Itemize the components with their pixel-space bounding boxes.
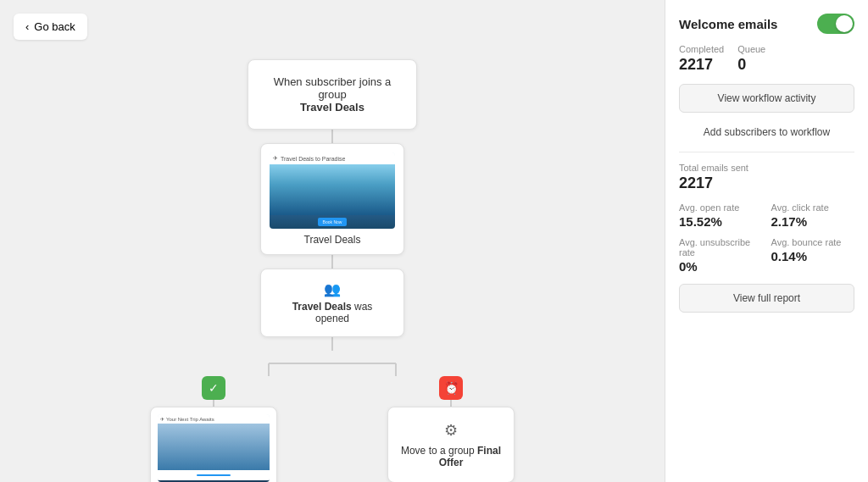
branch-connector-svg	[205, 351, 459, 376]
yes-badge: ✓	[202, 376, 225, 400]
ep2-content	[158, 424, 270, 470]
group-action-node[interactable]: ⚙ Move to a group Final Offer	[387, 407, 515, 482]
trigger-group-name: Travel Deals	[300, 101, 364, 114]
trigger-node[interactable]: When subscriber joins a group Travel Dea…	[248, 59, 417, 130]
connector-yes	[213, 400, 214, 407]
ep2-bar	[197, 474, 231, 476]
toggle-knob	[836, 15, 853, 32]
open-rate-value: 15.52%	[679, 214, 763, 229]
unsubscribe-rate-label: Avg. unsubscribe rate	[679, 237, 763, 258]
condition-text: Travel Deals was opened	[275, 301, 390, 324]
branch-no: ⏰ ⚙ Move to a group Final Offer	[387, 376, 515, 482]
condition-node[interactable]: 👥 Travel Deals was opened	[260, 269, 404, 337]
condition-group: Travel Deals	[292, 301, 352, 313]
total-emails-label: Total emails sent	[679, 163, 854, 173]
completed-label: Completed	[679, 44, 724, 54]
sidebar-header: Welcome emails	[679, 14, 854, 34]
gear-icon: ⚙	[444, 421, 458, 440]
email-node-1[interactable]: ✈ Travel Deals to Paradise Book Now Trav…	[260, 143, 404, 255]
sidebar-title: Welcome emails	[679, 17, 777, 31]
right-sidebar: Welcome emails Completed 2217 Queue 0 Vi…	[665, 0, 868, 482]
trigger-text: When subscriber joins a group Travel Dea…	[262, 75, 403, 114]
divider-1	[679, 152, 854, 152]
workflow-toggle[interactable]	[817, 14, 854, 34]
click-rate-value: 2.17%	[771, 214, 855, 229]
no-badge: ⏰	[439, 376, 463, 400]
workflow-flow: When subscriber joins a group Travel Dea…	[0, 0, 665, 482]
go-back-label: Go back	[34, 20, 75, 33]
branch-yes: ✓ ✈ Your Next Trip Awaits	[150, 376, 277, 482]
view-workflow-activity-button[interactable]: View workflow activity	[679, 84, 854, 113]
email-preview-btn: Book Now	[318, 218, 348, 226]
unsubscribe-rate-value: 0%	[679, 259, 763, 274]
total-emails-stat: Total emails sent 2217	[679, 163, 854, 192]
workflow-canvas: ‹ Go back When subscriber joins a group …	[0, 0, 665, 482]
chevron-left-icon: ‹	[25, 20, 29, 33]
click-rate-label: Avg. click rate	[771, 202, 855, 213]
connector-no	[450, 400, 452, 407]
add-subscribers-button[interactable]: Add subscribers to workflow	[679, 123, 854, 141]
clock-icon: ⏰	[444, 381, 459, 395]
branch-area: ✓ ✈ Your Next Trip Awaits	[150, 351, 515, 482]
email-node-2[interactable]: ✈ Your Next Trip Awaits Travel today	[150, 407, 277, 482]
metrics-grid: Avg. open rate 15.52% Avg. click rate 2.…	[679, 202, 854, 274]
plane-icon: ✈	[273, 155, 278, 162]
ep2-footer	[158, 470, 270, 480]
bounce-rate-label: Avg. bounce rate	[771, 237, 855, 247]
email-preview-2: ✈ Your Next Trip Awaits	[158, 414, 270, 482]
email-preview-img	[270, 164, 395, 215]
branches: ✓ ✈ Your Next Trip Awaits	[150, 376, 515, 482]
checkmark-icon: ✓	[209, 381, 219, 395]
completed-stat: Completed 2217	[679, 44, 724, 74]
queue-label: Queue	[737, 44, 765, 54]
email-node-1-label: Travel Deals	[304, 234, 361, 246]
completed-value: 2217	[679, 56, 724, 74]
completed-queue-row: Completed 2217 Queue 0	[679, 44, 854, 74]
click-rate-metric: Avg. click rate 2.17%	[771, 202, 855, 229]
person-icon: 👥	[324, 281, 341, 297]
total-emails-value: 2217	[679, 175, 854, 192]
connector-3	[331, 337, 333, 351]
group-action-text: Move to a group Final Offer	[398, 445, 504, 468]
open-rate-metric: Avg. open rate 15.52%	[679, 202, 763, 229]
go-back-button[interactable]: ‹ Go back	[14, 14, 87, 40]
unsubscribe-rate-metric: Avg. unsubscribe rate 0%	[679, 237, 763, 274]
bounce-rate-metric: Avg. bounce rate 0.14%	[771, 237, 855, 274]
plane-icon-2: ✈	[160, 416, 164, 422]
queue-stat: Queue 0	[737, 44, 765, 74]
connector-2	[331, 255, 333, 269]
email-preview-1: ✈ Travel Deals to Paradise Book Now	[270, 152, 395, 229]
connector-1	[331, 130, 333, 143]
open-rate-label: Avg. open rate	[679, 202, 763, 213]
queue-value: 0	[737, 56, 765, 74]
view-full-report-button[interactable]: View full report	[679, 284, 854, 313]
ep2-header: ✈ Your Next Trip Awaits	[158, 414, 270, 424]
email-preview-header: ✈ Travel Deals to Paradise	[270, 152, 395, 164]
bounce-rate-value: 0.14%	[771, 249, 855, 263]
